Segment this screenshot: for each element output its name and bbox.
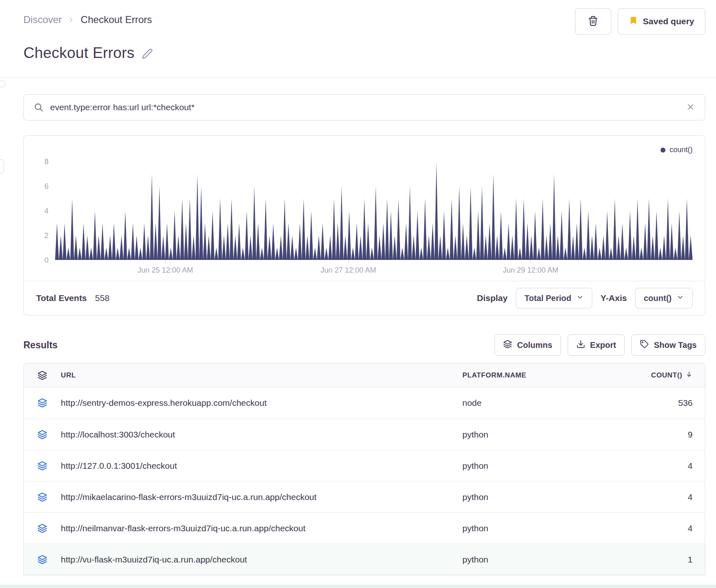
row-url[interactable]: http://127.0.0.1:3001/checkout — [61, 461, 462, 471]
columns-button[interactable]: Columns — [494, 334, 561, 356]
y-tick-label: 4 — [44, 207, 49, 215]
breadcrumb: Discover Checkout Errors — [23, 14, 152, 25]
search-icon — [34, 102, 44, 112]
chart-y-axis: 02468 — [36, 157, 55, 260]
legend-dot — [661, 148, 665, 153]
row-stack-icon[interactable] — [24, 555, 61, 565]
chart-x-axis: Jun 25 12:00 AMJun 27 12:00 AMJun 29 12:… — [55, 260, 693, 281]
y-tick-label: 6 — [44, 182, 49, 191]
chart-series-path — [55, 162, 693, 260]
download-icon — [576, 340, 585, 351]
table-row[interactable]: http://vu-flask-m3uuizd7iq-uc.a.run.app/… — [24, 544, 705, 575]
table-row[interactable]: http://neilmanvar-flask-errors-m3uuizd7i… — [24, 512, 705, 544]
table-body: http://sentry-demos-express.herokuapp.co… — [24, 387, 705, 575]
results-title: Results — [23, 340, 58, 351]
row-url[interactable]: http://mikaelacarino-flask-errors-m3uuiz… — [61, 492, 462, 502]
columns-button-label: Columns — [517, 340, 552, 350]
stack-icon — [24, 370, 61, 380]
row-url[interactable]: http://neilmanvar-flask-errors-m3uuizd7i… — [61, 523, 462, 533]
row-count[interactable]: 536 — [635, 398, 705, 408]
chart-plot — [55, 157, 693, 260]
x-tick-label: Jun 25 12:00 AM — [138, 266, 193, 275]
total-events-value: 558 — [95, 293, 109, 303]
row-url[interactable]: http://localhost:3003/checkout — [61, 430, 462, 440]
results-header: Results Columns Export — [23, 334, 705, 356]
header-actions: Saved query — [575, 8, 705, 35]
row-stack-icon[interactable] — [24, 430, 61, 440]
y-tick-label: 0 — [44, 256, 49, 265]
sort-desc-arrow-icon — [686, 371, 693, 380]
x-tick-mark — [348, 260, 349, 264]
row-platform[interactable]: python — [462, 523, 635, 533]
page-header: Discover Checkout Errors Saved query — [23, 0, 705, 35]
legend-item-count[interactable]: count() — [36, 146, 693, 154]
search-bar — [23, 94, 705, 120]
chart: 02468 — [36, 157, 693, 260]
discover-page: Discover Checkout Errors Saved query — [0, 0, 716, 588]
row-count[interactable]: 4 — [635, 523, 705, 533]
export-button[interactable]: Export — [568, 334, 625, 356]
display-dropdown[interactable]: Total Period — [516, 288, 592, 308]
column-header-count[interactable]: COUNT() — [635, 371, 705, 380]
saved-query-button[interactable]: Saved query — [618, 8, 705, 35]
row-count[interactable]: 4 — [635, 461, 705, 471]
breadcrumb-current: Checkout Errors — [81, 14, 152, 25]
y-axis-dropdown-value: count() — [644, 294, 672, 303]
page-bottom-edge — [0, 585, 716, 588]
row-platform[interactable]: python — [462, 555, 635, 565]
chart-panel: count() 02468 Jun 25 12:00 AMJun 27 12:0… — [23, 135, 705, 315]
column-header-url[interactable]: URL — [61, 371, 462, 380]
x-tick-label: Jun 27 12:00 AM — [321, 266, 376, 275]
show-tags-button-label: Show Tags — [654, 340, 697, 350]
chart-controls: Display Total Period Y-Axis count() — [477, 288, 693, 308]
breadcrumb-discover[interactable]: Discover — [23, 14, 62, 25]
bookmark-icon — [629, 15, 638, 28]
row-platform[interactable]: python — [462, 492, 635, 502]
row-stack-icon[interactable] — [24, 523, 61, 533]
table-row[interactable]: http://localhost:3003/checkout python 9 — [24, 419, 705, 450]
table-row[interactable]: http://mikaelacarino-flask-errors-m3uuiz… — [24, 481, 705, 512]
row-stack-icon[interactable] — [24, 398, 61, 408]
clear-search-button[interactable] — [686, 102, 695, 113]
results-buttons: Columns Export Show Tags — [494, 334, 705, 356]
saved-query-label: Saved query — [643, 16, 694, 26]
row-stack-icon[interactable] — [24, 461, 61, 471]
column-header-platform[interactable]: PLATFORM.NAME — [462, 371, 635, 380]
search-input[interactable] — [50, 102, 679, 112]
chevron-down-icon — [576, 294, 584, 303]
table-row[interactable]: http://127.0.0.1:3001/checkout python 4 — [24, 450, 705, 481]
show-tags-button[interactable]: Show Tags — [631, 334, 705, 356]
chart-area-svg — [55, 157, 693, 260]
delete-query-button[interactable] — [575, 8, 611, 35]
row-platform[interactable]: node — [462, 398, 635, 408]
total-events-label: Total Events — [36, 293, 87, 303]
x-tick-label: Jun 29 12:00 AM — [503, 266, 558, 275]
title-row: Checkout Errors — [23, 44, 705, 62]
chart-footer: Total Events 558 Display Total Period Y-… — [24, 281, 705, 315]
display-label: Display — [477, 293, 508, 303]
row-count[interactable]: 1 — [635, 555, 705, 565]
display-dropdown-value: Total Period — [524, 294, 571, 303]
chevron-down-icon — [677, 294, 684, 303]
results-table: URL PLATFORM.NAME COUNT() http://sentry-… — [23, 363, 705, 575]
row-platform[interactable]: python — [462, 461, 635, 471]
row-platform[interactable]: python — [462, 430, 635, 440]
y-tick-label: 8 — [44, 157, 49, 166]
row-url[interactable]: http://sentry-demos-express.herokuapp.co… — [61, 398, 462, 408]
pencil-icon — [142, 48, 153, 60]
panel-collapse-handle — [0, 160, 4, 174]
close-icon — [686, 102, 695, 113]
y-axis-dropdown[interactable]: count() — [635, 288, 693, 308]
table-row[interactable]: http://sentry-demos-express.herokuapp.co… — [24, 387, 705, 419]
table-header-row: URL PLATFORM.NAME COUNT() — [24, 363, 705, 387]
row-stack-icon[interactable] — [24, 492, 61, 502]
count-column-label: COUNT() — [651, 371, 682, 380]
header-divider — [0, 77, 716, 78]
row-count[interactable]: 4 — [635, 492, 705, 502]
page-title: Checkout Errors — [23, 44, 134, 62]
edit-title-button[interactable] — [142, 48, 153, 60]
row-count[interactable]: 9 — [635, 430, 705, 440]
row-url[interactable]: http://vu-flask-m3uuizd7iq-uc.a.run.app/… — [61, 555, 462, 565]
tag-icon — [640, 340, 649, 351]
export-button-label: Export — [590, 340, 616, 350]
